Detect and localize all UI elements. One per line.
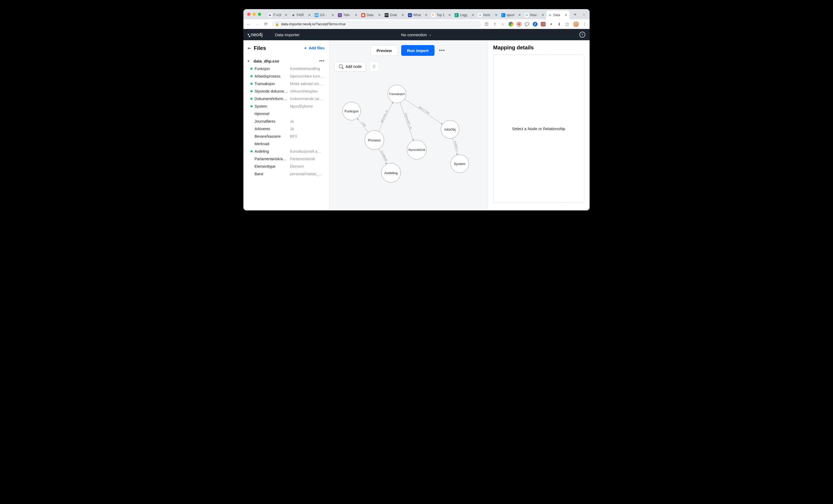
add-files-button[interactable]: ＋ Add files bbox=[303, 45, 325, 51]
browser-tab[interactable]: ✶Top 1✕ bbox=[430, 11, 453, 19]
graph-node[interactable]: Funksjon bbox=[342, 102, 361, 120]
column-row[interactable]: ArbeidsprosessGjennomføre kom… bbox=[251, 72, 325, 80]
star-icon[interactable]: ☆ bbox=[500, 22, 505, 27]
extensions-menu-icon[interactable]: ✦ bbox=[549, 22, 554, 27]
node-label: Prosess bbox=[368, 138, 381, 142]
column-row[interactable]: Banepersonal/matias_… bbox=[251, 170, 325, 178]
column-row[interactable]: Styrende dokume…Virksomhetsplan bbox=[251, 88, 325, 95]
tab-close-icon[interactable]: ✕ bbox=[378, 13, 381, 17]
graph-node[interactable]: System bbox=[451, 154, 469, 173]
graph-node[interactable]: Prosess bbox=[365, 130, 384, 150]
tab-close-icon[interactable]: ✕ bbox=[308, 13, 311, 17]
extension-icon-5[interactable] bbox=[541, 22, 546, 27]
columns-list: FunksjonKomitebehandlingArbeidsprosessGj… bbox=[248, 65, 325, 179]
sidepanel-icon[interactable]: ◫ bbox=[565, 22, 570, 27]
tab-list-dropdown[interactable]: ⌄ bbox=[580, 13, 588, 16]
file-header[interactable]: ▾ data_dhp.csv ••• bbox=[248, 57, 325, 65]
tab-close-icon[interactable]: ✕ bbox=[471, 13, 475, 17]
unmapped-dot-icon bbox=[251, 120, 253, 122]
key-icon[interactable]: ⚿ bbox=[484, 22, 489, 27]
column-row[interactable]: Merknad bbox=[251, 140, 325, 148]
column-example: Parlamentarisk bbox=[290, 157, 325, 161]
tab-close-icon[interactable]: ✕ bbox=[494, 13, 498, 17]
browser-tab[interactable]: :nHom✕ bbox=[476, 11, 500, 19]
chevron-down-icon: ⌄ bbox=[429, 33, 431, 37]
tab-favicon: NITO bbox=[385, 13, 388, 17]
nav-back[interactable]: ← bbox=[246, 22, 252, 27]
column-row[interactable]: FunksjonKomitebehandling bbox=[251, 65, 325, 72]
tab-favicon: ▦ bbox=[361, 13, 365, 17]
graph-node[interactable]: InfoObj bbox=[441, 120, 459, 139]
unmapped-dot-icon bbox=[251, 165, 253, 167]
tab-label: Logg bbox=[460, 13, 470, 17]
column-row[interactable]: Bevare/kassereBF3 bbox=[251, 133, 325, 140]
extension-icon-2[interactable] bbox=[517, 22, 521, 27]
extension-icon-3[interactable]: 💬 bbox=[525, 22, 529, 27]
column-row[interactable]: SystemNpos/Ephorte bbox=[251, 102, 325, 110]
tab-close-icon[interactable]: ✕ bbox=[424, 13, 428, 17]
tab-close-icon[interactable]: ✕ bbox=[448, 13, 451, 17]
browser-tab[interactable]: :nData✕ bbox=[546, 11, 570, 19]
tab-close-icon[interactable]: ✕ bbox=[541, 13, 545, 17]
extension-icon-1[interactable] bbox=[508, 22, 514, 27]
column-row[interactable]: Parlamentarisk/ad…Parlamentarisk bbox=[251, 155, 325, 163]
collapse-sidebar-icon[interactable]: ⇤ bbox=[248, 46, 251, 51]
column-row[interactable]: JournalføresJa bbox=[251, 118, 325, 125]
column-row[interactable]: ArkiveresJa bbox=[251, 125, 325, 133]
nav-forward[interactable]: → bbox=[255, 22, 260, 27]
tab-close-icon[interactable]: ✕ bbox=[401, 13, 405, 17]
download-icon[interactable]: ⬇ bbox=[557, 22, 562, 27]
new-tab-button[interactable]: ＋ bbox=[571, 10, 579, 18]
browser-tab[interactable]: uioWhat✕ bbox=[406, 11, 430, 19]
browser-tab[interactable]: ◎F-UJI✕ bbox=[266, 11, 290, 19]
column-example: Innkommende sø… bbox=[290, 97, 325, 101]
profile-avatar[interactable] bbox=[573, 21, 579, 27]
browser-tab[interactable]: tTails✕ bbox=[336, 11, 360, 19]
add-files-label: Add files bbox=[309, 46, 325, 50]
browser-tab[interactable]: >_ajaun✕ bbox=[500, 11, 523, 19]
column-row[interactable]: AvdelingKonstitusjonell a… bbox=[251, 148, 325, 155]
browser-tab[interactable]: ◉FAIR✕ bbox=[290, 11, 313, 19]
tab-close-icon[interactable]: ✕ bbox=[518, 13, 521, 17]
file-menu-button[interactable]: ••• bbox=[319, 58, 325, 63]
close-window-btn[interactable] bbox=[247, 13, 251, 16]
browser-tab[interactable]: GXGX - ✕ bbox=[313, 11, 336, 19]
nav-reload[interactable]: ⟳ bbox=[263, 22, 269, 27]
tab-close-icon[interactable]: ✕ bbox=[354, 13, 358, 17]
tab-close-icon[interactable]: ✕ bbox=[564, 13, 568, 17]
share-icon[interactable]: ⇪ bbox=[493, 22, 497, 27]
extension-icon-4[interactable]: Z bbox=[533, 22, 538, 27]
graph-edge[interactable] bbox=[378, 102, 392, 131]
url-text: data-importer.neo4j.io/?acceptTerms=true bbox=[281, 22, 346, 26]
graph-node[interactable]: StyrendeDok bbox=[407, 140, 426, 160]
browser-tab[interactable]: ▦Data✕ bbox=[360, 11, 383, 19]
graph-edge[interactable] bbox=[400, 102, 413, 141]
column-row[interactable]: Hjemmel bbox=[251, 110, 325, 118]
column-example: Gjennomføre kom… bbox=[290, 74, 325, 78]
tab-close-icon[interactable]: ✕ bbox=[284, 13, 288, 17]
column-row[interactable]: ElementtypeElement bbox=[251, 163, 325, 170]
help-button[interactable]: ? bbox=[579, 32, 585, 38]
graph-node[interactable]: Avdeling bbox=[381, 163, 401, 183]
column-row[interactable]: TransaksjonMotta søknad om… bbox=[251, 80, 325, 88]
connection-dropdown[interactable]: No connection ⌄ bbox=[401, 32, 432, 37]
graph-canvas[interactable]: Preview Run import ••• Add no bbox=[329, 40, 487, 210]
url-box[interactable]: 🔒 data-importer.neo4j.io/?acceptTerms=tr… bbox=[272, 20, 481, 28]
browser-tab[interactable]: ✔Logg✕ bbox=[453, 11, 476, 19]
maximize-window-btn[interactable] bbox=[258, 13, 261, 16]
column-row[interactable]: Dokument/inform…Innkommende sø… bbox=[251, 95, 325, 102]
browser-tab[interactable]: NITOGrati✕ bbox=[383, 11, 406, 19]
graph-node[interactable]: Transaksjon bbox=[388, 85, 406, 103]
unmapped-dot-icon bbox=[251, 135, 253, 137]
app-root: neo4j Data Importer No connection ⌄ ? ⇤ … bbox=[243, 29, 590, 210]
minimize-window-btn[interactable] bbox=[253, 13, 256, 16]
browser-tab[interactable]: :nHow-✕ bbox=[523, 11, 546, 19]
tab-close-icon[interactable]: ✕ bbox=[331, 13, 335, 17]
unmapped-dot-icon bbox=[251, 143, 253, 145]
chrome-menu-icon[interactable]: ⋮ bbox=[582, 22, 587, 27]
tab-favicon: ✔ bbox=[455, 13, 459, 17]
column-example: personal/matias_… bbox=[290, 172, 325, 176]
graph-edge[interactable] bbox=[404, 99, 442, 124]
graph-edge[interactable] bbox=[357, 118, 368, 133]
column-example: Motta søknad om… bbox=[290, 81, 325, 86]
